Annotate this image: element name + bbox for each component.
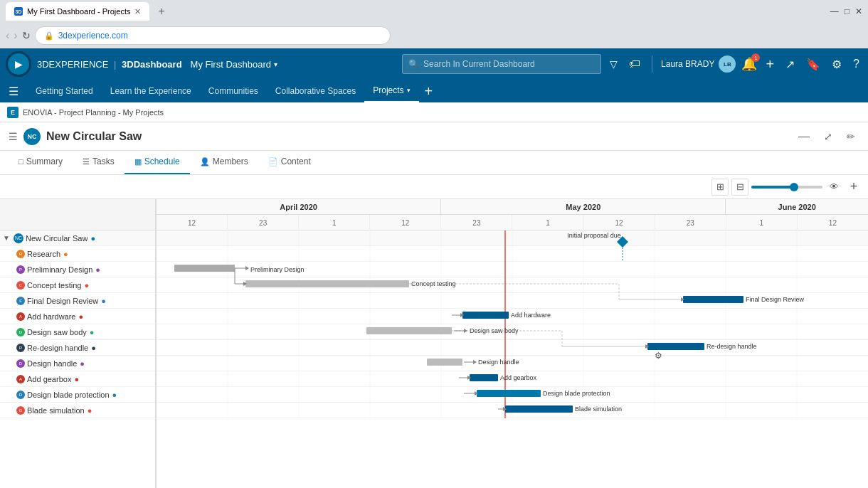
task-row-6[interactable]: D Design saw body ●: [0, 324, 155, 340]
body-row-5: [157, 309, 868, 324]
nav-add-button[interactable]: +: [419, 84, 439, 98]
project-header: ☰ NC New Circular Saw — ⤢ ✏: [0, 122, 868, 151]
dashboard-name-button[interactable]: My First Dashboard ▾: [191, 59, 277, 70]
nav-item-projects[interactable]: Projects ▾: [364, 80, 418, 102]
close-window-icon[interactable]: ✕: [855, 6, 862, 16]
forward-button[interactable]: ›: [14, 29, 17, 42]
user-avatar[interactable]: LB: [719, 55, 736, 73]
members-icon: 👤: [200, 157, 210, 166]
project-avatar: NC: [23, 128, 41, 145]
tab-tasks[interactable]: ☰ Tasks: [73, 150, 125, 174]
task-row-7[interactable]: R Re-design handle ●: [0, 340, 155, 356]
task-name-3: Concept testing: [27, 281, 81, 290]
task-row-8[interactable]: D Design handle ●: [0, 356, 155, 371]
add-content-icon[interactable]: +: [763, 53, 777, 75]
settings-icon[interactable]: ⚙: [829, 55, 845, 74]
nav-item-learn[interactable]: Learn the Experience: [102, 80, 200, 102]
nav-item-getting-started[interactable]: Getting Started: [27, 80, 102, 102]
maximize-icon[interactable]: □: [845, 6, 850, 16]
gantt-header: April 2020 May 2020 June 2020 12 23 1 12…: [157, 199, 868, 230]
gantt-toolbar: ⊞ ⊟ 👁 +: [0, 175, 868, 199]
body-row-6: [157, 324, 868, 340]
header-tag-icon[interactable]: 🏷: [626, 55, 643, 73]
bookmark-icon[interactable]: 🔖: [803, 55, 823, 74]
gantt-expand-button[interactable]: ⊟: [731, 179, 748, 196]
task-row-4[interactable]: F Final Design Review ●: [0, 293, 155, 309]
share-icon[interactable]: ↗: [783, 55, 798, 74]
zoom-slider-container[interactable]: [751, 186, 822, 189]
tab-schedule[interactable]: ▦ Schedule: [125, 150, 190, 174]
project-collapse-button[interactable]: ☰: [9, 131, 18, 142]
day-4: 12: [370, 215, 441, 230]
task-name-5: Add hardware: [27, 312, 76, 321]
body-row-8: [157, 356, 868, 371]
avatar-final: F: [16, 297, 25, 305]
minimize-icon[interactable]: —: [830, 6, 839, 16]
project-edit-button[interactable]: ✏: [842, 129, 859, 144]
avatar-research: R: [16, 250, 25, 258]
body-row-10: [157, 387, 868, 403]
gantt-view-icon[interactable]: 👁: [825, 179, 842, 196]
task-list-header: [0, 199, 155, 230]
task-row-5[interactable]: A Add hardware ●: [0, 309, 155, 324]
avatar-addhw: A: [16, 312, 25, 321]
day-5: 23: [441, 215, 512, 230]
app-logo: ▶: [6, 51, 31, 77]
task-row-2[interactable]: P Preliminary Design ●: [0, 262, 155, 277]
lock-icon: 🔒: [44, 31, 54, 41]
tab-title: My First Dashboard - Projects: [27, 7, 130, 16]
nav-item-communities[interactable]: Communities: [200, 80, 267, 102]
body-row-7: [157, 340, 868, 356]
address-input[interactable]: 🔒 3dexperience.com: [35, 26, 391, 45]
avatar-gearbox: A: [16, 375, 25, 383]
summary-icon: □: [18, 157, 23, 166]
gantt-add-button[interactable]: +: [845, 179, 862, 196]
task-row-1[interactable]: R Research ●: [0, 246, 155, 262]
gantt-chart-area: April 2020 May 2020 June 2020 12 23 1 12…: [157, 199, 868, 488]
breadcrumb-icon: E: [7, 107, 18, 118]
notification-icon[interactable]: 🔔 1: [741, 56, 757, 72]
new-tab-button[interactable]: +: [154, 4, 169, 19]
project-expand-button[interactable]: ⤢: [820, 129, 837, 144]
task-name-1: Research: [27, 250, 60, 258]
project-minimize-button[interactable]: —: [794, 129, 814, 144]
nav-item-collaborative-spaces[interactable]: Collaborative Spaces: [267, 80, 364, 102]
tab-summary[interactable]: □ Summary: [9, 150, 73, 174]
task-name-2: Preliminary Design: [27, 265, 92, 274]
hamburger-menu[interactable]: ☰: [6, 82, 21, 101]
task-row-3[interactable]: C Concept testing ●: [0, 277, 155, 293]
nav-bar: ☰ Getting Started Learn the Experience C…: [0, 80, 868, 102]
avatar-blade-sim: B: [16, 406, 25, 415]
body-row-1: [157, 246, 868, 262]
refresh-button[interactable]: ↻: [22, 30, 31, 41]
zoom-fill: [751, 186, 794, 189]
tab-close-icon[interactable]: ✕: [134, 7, 141, 16]
back-button[interactable]: ‹: [6, 29, 9, 42]
content-icon: 📄: [268, 157, 278, 166]
tab-members[interactable]: 👤 Members: [190, 150, 258, 174]
task-row-9[interactable]: A Add gearbox ●: [0, 371, 155, 387]
zoom-track: [751, 186, 822, 189]
zoom-thumb[interactable]: [790, 183, 798, 191]
tab-content[interactable]: 📄 Content: [258, 150, 321, 174]
body-row-11: [157, 403, 868, 418]
header-search-box[interactable]: 🔍 Search In Current Dashboard: [402, 54, 601, 74]
day-7: 12: [584, 215, 655, 230]
day-3: 1: [299, 215, 370, 230]
task-name-4: Final Design Review: [27, 297, 98, 305]
app-brand-label: 3DEXPERIENCE | 3DDashboard: [37, 59, 182, 70]
task-row-group[interactable]: ▼ NC New Circular Saw ●: [0, 230, 155, 246]
day-2: 23: [228, 215, 299, 230]
browser-tab-active[interactable]: 3D My First Dashboard - Projects ✕: [6, 2, 149, 21]
body-row-9: [157, 371, 868, 387]
schedule-icon: ▦: [134, 157, 142, 166]
body-row-4: [157, 293, 868, 309]
gantt-day-row: 12 23 1 12 23 1 12 23 1 12: [157, 215, 868, 230]
gantt-fit-button[interactable]: ⊞: [711, 179, 729, 196]
help-icon[interactable]: ?: [850, 55, 862, 73]
task-row-11[interactable]: B Blade simulation ●: [0, 403, 155, 418]
header-filter-icon[interactable]: ▽: [607, 55, 620, 73]
search-icon: 🔍: [408, 59, 419, 69]
task-row-10[interactable]: D Design blade protection ●: [0, 387, 155, 403]
avatar-concept: C: [16, 281, 25, 290]
